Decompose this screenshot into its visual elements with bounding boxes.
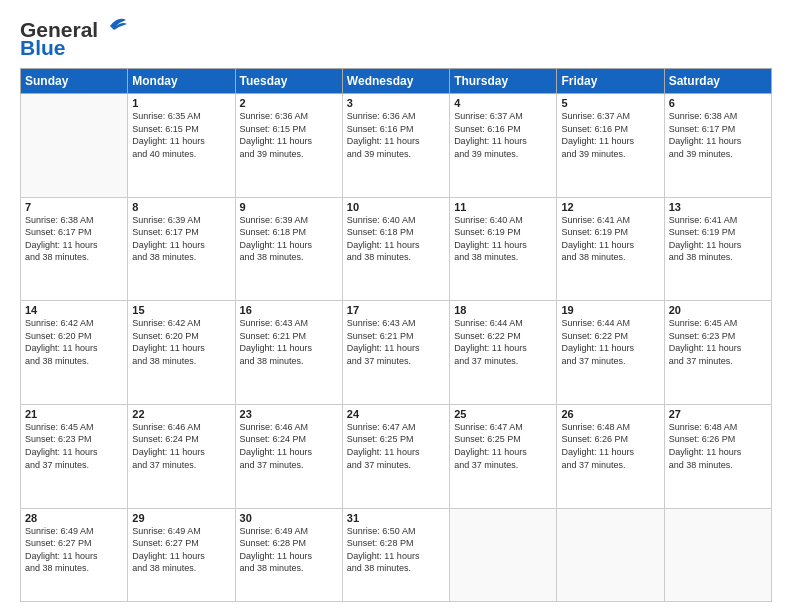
day-info: Sunrise: 6:40 AM Sunset: 6:18 PM Dayligh… — [347, 214, 445, 264]
day-number: 13 — [669, 201, 767, 213]
day-number: 20 — [669, 304, 767, 316]
day-number: 27 — [669, 408, 767, 420]
calendar-cell: 11Sunrise: 6:40 AM Sunset: 6:19 PM Dayli… — [450, 197, 557, 301]
calendar-cell — [664, 508, 771, 602]
day-info: Sunrise: 6:45 AM Sunset: 6:23 PM Dayligh… — [669, 317, 767, 367]
day-info: Sunrise: 6:39 AM Sunset: 6:18 PM Dayligh… — [240, 214, 338, 264]
day-number: 16 — [240, 304, 338, 316]
calendar-cell — [557, 508, 664, 602]
day-number: 28 — [25, 512, 123, 524]
calendar-cell: 17Sunrise: 6:43 AM Sunset: 6:21 PM Dayli… — [342, 301, 449, 405]
week-row-1: 1Sunrise: 6:35 AM Sunset: 6:15 PM Daylig… — [21, 94, 772, 198]
calendar-cell: 4Sunrise: 6:37 AM Sunset: 6:16 PM Daylig… — [450, 94, 557, 198]
day-info: Sunrise: 6:46 AM Sunset: 6:24 PM Dayligh… — [132, 421, 230, 471]
day-number: 3 — [347, 97, 445, 109]
day-info: Sunrise: 6:39 AM Sunset: 6:17 PM Dayligh… — [132, 214, 230, 264]
calendar-cell: 16Sunrise: 6:43 AM Sunset: 6:21 PM Dayli… — [235, 301, 342, 405]
day-number: 24 — [347, 408, 445, 420]
day-info: Sunrise: 6:44 AM Sunset: 6:22 PM Dayligh… — [561, 317, 659, 367]
day-number: 25 — [454, 408, 552, 420]
weekday-header-sunday: Sunday — [21, 69, 128, 94]
calendar-cell: 19Sunrise: 6:44 AM Sunset: 6:22 PM Dayli… — [557, 301, 664, 405]
calendar-cell: 29Sunrise: 6:49 AM Sunset: 6:27 PM Dayli… — [128, 508, 235, 602]
weekday-header-monday: Monday — [128, 69, 235, 94]
day-info: Sunrise: 6:46 AM Sunset: 6:24 PM Dayligh… — [240, 421, 338, 471]
day-info: Sunrise: 6:48 AM Sunset: 6:26 PM Dayligh… — [561, 421, 659, 471]
calendar-cell: 6Sunrise: 6:38 AM Sunset: 6:17 PM Daylig… — [664, 94, 771, 198]
day-info: Sunrise: 6:38 AM Sunset: 6:17 PM Dayligh… — [669, 110, 767, 160]
calendar-cell — [21, 94, 128, 198]
calendar-cell: 13Sunrise: 6:41 AM Sunset: 6:19 PM Dayli… — [664, 197, 771, 301]
day-info: Sunrise: 6:47 AM Sunset: 6:25 PM Dayligh… — [454, 421, 552, 471]
day-info: Sunrise: 6:42 AM Sunset: 6:20 PM Dayligh… — [25, 317, 123, 367]
week-row-4: 21Sunrise: 6:45 AM Sunset: 6:23 PM Dayli… — [21, 404, 772, 508]
weekday-header-thursday: Thursday — [450, 69, 557, 94]
day-number: 15 — [132, 304, 230, 316]
day-number: 14 — [25, 304, 123, 316]
calendar-cell: 26Sunrise: 6:48 AM Sunset: 6:26 PM Dayli… — [557, 404, 664, 508]
day-number: 30 — [240, 512, 338, 524]
day-number: 23 — [240, 408, 338, 420]
calendar-cell: 22Sunrise: 6:46 AM Sunset: 6:24 PM Dayli… — [128, 404, 235, 508]
week-row-2: 7Sunrise: 6:38 AM Sunset: 6:17 PM Daylig… — [21, 197, 772, 301]
calendar-cell: 14Sunrise: 6:42 AM Sunset: 6:20 PM Dayli… — [21, 301, 128, 405]
day-number: 26 — [561, 408, 659, 420]
day-number: 11 — [454, 201, 552, 213]
day-number: 21 — [25, 408, 123, 420]
calendar-cell: 15Sunrise: 6:42 AM Sunset: 6:20 PM Dayli… — [128, 301, 235, 405]
day-info: Sunrise: 6:43 AM Sunset: 6:21 PM Dayligh… — [240, 317, 338, 367]
day-number: 2 — [240, 97, 338, 109]
day-number: 6 — [669, 97, 767, 109]
weekday-header-wednesday: Wednesday — [342, 69, 449, 94]
calendar-cell: 3Sunrise: 6:36 AM Sunset: 6:16 PM Daylig… — [342, 94, 449, 198]
calendar-cell — [450, 508, 557, 602]
calendar-cell: 12Sunrise: 6:41 AM Sunset: 6:19 PM Dayli… — [557, 197, 664, 301]
header: General Blue — [20, 18, 772, 60]
calendar-cell: 25Sunrise: 6:47 AM Sunset: 6:25 PM Dayli… — [450, 404, 557, 508]
calendar-cell: 20Sunrise: 6:45 AM Sunset: 6:23 PM Dayli… — [664, 301, 771, 405]
day-number: 22 — [132, 408, 230, 420]
day-number: 7 — [25, 201, 123, 213]
day-info: Sunrise: 6:37 AM Sunset: 6:16 PM Dayligh… — [561, 110, 659, 160]
day-number: 17 — [347, 304, 445, 316]
day-info: Sunrise: 6:41 AM Sunset: 6:19 PM Dayligh… — [669, 214, 767, 264]
weekday-header-friday: Friday — [557, 69, 664, 94]
calendar-cell: 30Sunrise: 6:49 AM Sunset: 6:28 PM Dayli… — [235, 508, 342, 602]
calendar-table: SundayMondayTuesdayWednesdayThursdayFrid… — [20, 68, 772, 602]
day-info: Sunrise: 6:49 AM Sunset: 6:28 PM Dayligh… — [240, 525, 338, 575]
calendar-cell: 24Sunrise: 6:47 AM Sunset: 6:25 PM Dayli… — [342, 404, 449, 508]
logo-bird-icon — [100, 16, 128, 36]
day-info: Sunrise: 6:47 AM Sunset: 6:25 PM Dayligh… — [347, 421, 445, 471]
calendar-cell: 31Sunrise: 6:50 AM Sunset: 6:28 PM Dayli… — [342, 508, 449, 602]
day-info: Sunrise: 6:48 AM Sunset: 6:26 PM Dayligh… — [669, 421, 767, 471]
day-number: 12 — [561, 201, 659, 213]
calendar-cell: 1Sunrise: 6:35 AM Sunset: 6:15 PM Daylig… — [128, 94, 235, 198]
weekday-header-tuesday: Tuesday — [235, 69, 342, 94]
calendar-cell: 27Sunrise: 6:48 AM Sunset: 6:26 PM Dayli… — [664, 404, 771, 508]
day-info: Sunrise: 6:35 AM Sunset: 6:15 PM Dayligh… — [132, 110, 230, 160]
day-number: 4 — [454, 97, 552, 109]
day-number: 29 — [132, 512, 230, 524]
day-info: Sunrise: 6:42 AM Sunset: 6:20 PM Dayligh… — [132, 317, 230, 367]
day-info: Sunrise: 6:44 AM Sunset: 6:22 PM Dayligh… — [454, 317, 552, 367]
day-number: 8 — [132, 201, 230, 213]
calendar-cell: 18Sunrise: 6:44 AM Sunset: 6:22 PM Dayli… — [450, 301, 557, 405]
calendar-cell: 2Sunrise: 6:36 AM Sunset: 6:15 PM Daylig… — [235, 94, 342, 198]
day-number: 9 — [240, 201, 338, 213]
weekday-header-saturday: Saturday — [664, 69, 771, 94]
week-row-5: 28Sunrise: 6:49 AM Sunset: 6:27 PM Dayli… — [21, 508, 772, 602]
day-info: Sunrise: 6:43 AM Sunset: 6:21 PM Dayligh… — [347, 317, 445, 367]
weekday-header-row: SundayMondayTuesdayWednesdayThursdayFrid… — [21, 69, 772, 94]
day-info: Sunrise: 6:49 AM Sunset: 6:27 PM Dayligh… — [25, 525, 123, 575]
calendar-cell: 10Sunrise: 6:40 AM Sunset: 6:18 PM Dayli… — [342, 197, 449, 301]
calendar-cell: 23Sunrise: 6:46 AM Sunset: 6:24 PM Dayli… — [235, 404, 342, 508]
day-info: Sunrise: 6:38 AM Sunset: 6:17 PM Dayligh… — [25, 214, 123, 264]
logo: General Blue — [20, 18, 128, 60]
day-number: 5 — [561, 97, 659, 109]
day-number: 1 — [132, 97, 230, 109]
page: General Blue SundayMondayTuesdayWednesda… — [0, 0, 792, 612]
calendar-cell: 8Sunrise: 6:39 AM Sunset: 6:17 PM Daylig… — [128, 197, 235, 301]
day-number: 10 — [347, 201, 445, 213]
calendar-cell: 5Sunrise: 6:37 AM Sunset: 6:16 PM Daylig… — [557, 94, 664, 198]
day-info: Sunrise: 6:50 AM Sunset: 6:28 PM Dayligh… — [347, 525, 445, 575]
